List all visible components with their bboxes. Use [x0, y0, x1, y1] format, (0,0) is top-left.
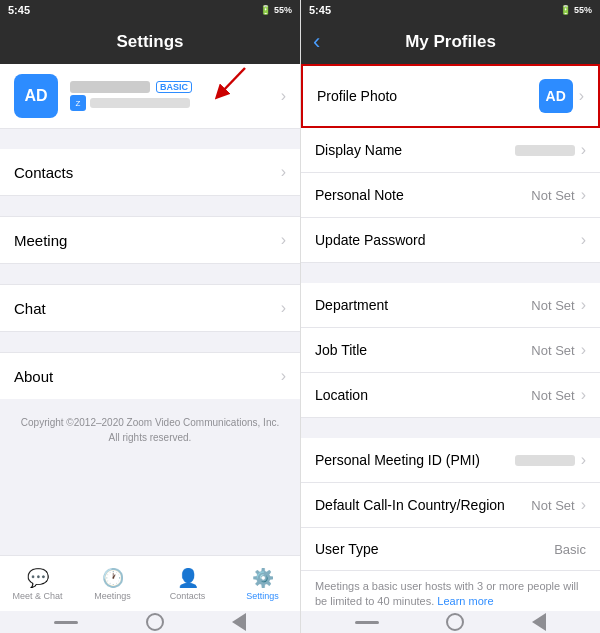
back-button[interactable]: ‹ — [313, 29, 320, 55]
profile-photo-right: AD › — [539, 79, 584, 113]
menu-item-chat-label: Chat — [14, 300, 46, 317]
department-chevron-icon: › — [581, 296, 586, 314]
department-item[interactable]: Department Not Set › — [301, 283, 600, 328]
personal-note-chevron-icon: › — [581, 186, 586, 204]
left-panel: 5:45 🔋 55% Settings AD BASIC Z › — [0, 0, 300, 633]
pmi-chevron-icon: › — [581, 451, 586, 469]
profile-chevron-icon: › — [281, 87, 286, 105]
zoom-icon: Z — [70, 95, 86, 111]
call-in-chevron-icon: › — [581, 496, 586, 514]
settings-nav-label: Settings — [246, 591, 279, 601]
call-in-label: Default Call-In Country/Region — [315, 497, 505, 513]
meetings-note: Meetings a basic user hosts with 3 or mo… — [301, 571, 600, 611]
menu-item-meeting[interactable]: Meeting › — [0, 216, 300, 264]
settings-menu: Contacts › Meeting › Chat › About › — [0, 149, 300, 399]
contacts-nav-icon: 👤 — [177, 567, 199, 589]
location-item[interactable]: Location Not Set › — [301, 373, 600, 418]
right-gesture-bar — [301, 611, 600, 633]
pmi-right: › — [515, 451, 586, 469]
about-chevron-icon: › — [281, 367, 286, 385]
pmi-item[interactable]: Personal Meeting ID (PMI) › — [301, 438, 600, 483]
right-gesture-triangle — [532, 613, 546, 631]
left-status-icons: 🔋 55% — [260, 5, 292, 15]
right-header-title: My Profiles — [405, 32, 496, 52]
call-in-right: Not Set › — [531, 496, 586, 514]
right-header: ‹ My Profiles — [301, 20, 600, 64]
left-status-bar: 5:45 🔋 55% — [0, 0, 300, 20]
left-gesture-circle — [146, 613, 164, 631]
location-label: Location — [315, 387, 368, 403]
pmi-value-blur — [515, 455, 575, 466]
chat-chevron-icon: › — [281, 299, 286, 317]
user-type-label: User Type — [315, 541, 379, 557]
display-name-right: › — [515, 141, 586, 159]
avatar: AD — [14, 74, 58, 118]
profile-photo-avatar: AD — [539, 79, 573, 113]
personal-note-right: Not Set › — [531, 186, 586, 204]
right-battery-icon: 🔋 55% — [560, 5, 592, 15]
meeting-chevron-icon: › — [281, 231, 286, 249]
job-title-label: Job Title — [315, 342, 367, 358]
meetings-label: Meetings — [94, 591, 131, 601]
contacts-chevron-icon: › — [281, 163, 286, 181]
location-right: Not Set › — [531, 386, 586, 404]
right-status-icons: 🔋 55% — [560, 5, 592, 15]
call-in-value: Not Set — [531, 498, 574, 513]
section-gap-1 — [301, 263, 600, 283]
copyright-text: Copyright ©2012–2020 Zoom Video Communic… — [0, 399, 300, 461]
profile-name-blur — [70, 81, 150, 93]
profile-badge: BASIC — [156, 81, 192, 93]
menu-item-about[interactable]: About › — [0, 352, 300, 399]
contacts-nav-label: Contacts — [170, 591, 206, 601]
profile-row[interactable]: AD BASIC Z › — [0, 64, 300, 129]
learn-more-link[interactable]: Learn more — [437, 595, 493, 607]
right-status-bar: 5:45 🔋 55% — [301, 0, 600, 20]
menu-item-chat[interactable]: Chat › — [0, 284, 300, 332]
right-time: 5:45 — [309, 4, 331, 16]
left-gesture-line — [54, 621, 78, 624]
profile-email-row: Z — [70, 95, 269, 111]
location-chevron-icon: › — [581, 386, 586, 404]
user-type-value: Basic — [554, 542, 586, 557]
call-in-item[interactable]: Default Call-In Country/Region Not Set › — [301, 483, 600, 528]
menu-item-about-label: About — [14, 368, 53, 385]
right-panel: 5:45 🔋 55% ‹ My Profiles Profile Photo A… — [300, 0, 600, 633]
right-gesture-line — [355, 621, 379, 624]
update-password-label: Update Password — [315, 232, 426, 248]
display-name-item[interactable]: Display Name › — [301, 128, 600, 173]
department-right: Not Set › — [531, 296, 586, 314]
menu-item-contacts[interactable]: Contacts › — [0, 149, 300, 196]
location-value: Not Set — [531, 388, 574, 403]
meetings-icon: 🕐 — [102, 567, 124, 589]
job-title-item[interactable]: Job Title Not Set › — [301, 328, 600, 373]
display-name-value-blur — [515, 145, 575, 156]
left-header: Settings — [0, 20, 300, 64]
job-title-value: Not Set — [531, 343, 574, 358]
left-battery-icon: 🔋 55% — [260, 5, 292, 15]
left-gesture-bar — [0, 611, 300, 633]
update-password-item[interactable]: Update Password › — [301, 218, 600, 263]
display-name-label: Display Name — [315, 142, 402, 158]
profile-photo-chevron-icon: › — [579, 87, 584, 105]
meet-chat-label: Meet & Chat — [12, 591, 62, 601]
menu-item-contacts-label: Contacts — [14, 164, 73, 181]
right-gesture-circle — [446, 613, 464, 631]
nav-settings[interactable]: ⚙️ Settings — [225, 556, 300, 611]
user-type-item[interactable]: User Type Basic — [301, 528, 600, 571]
section-gap-2 — [301, 418, 600, 438]
nav-contacts[interactable]: 👤 Contacts — [150, 556, 225, 611]
personal-note-value: Not Set — [531, 188, 574, 203]
menu-item-meeting-label: Meeting — [14, 232, 67, 249]
bottom-nav: 💬 Meet & Chat 🕐 Meetings 👤 Contacts ⚙️ S… — [0, 555, 300, 611]
profile-email-blur — [90, 98, 190, 108]
left-header-title: Settings — [116, 32, 183, 52]
nav-meetings[interactable]: 🕐 Meetings — [75, 556, 150, 611]
nav-meet-chat[interactable]: 💬 Meet & Chat — [0, 556, 75, 611]
profile-photo-label: Profile Photo — [317, 88, 397, 104]
profile-photo-item[interactable]: Profile Photo AD › — [301, 64, 600, 128]
personal-note-label: Personal Note — [315, 187, 404, 203]
settings-nav-icon: ⚙️ — [252, 567, 274, 589]
profiles-list: Profile Photo AD › Display Name › Person… — [301, 64, 600, 611]
personal-note-item[interactable]: Personal Note Not Set › — [301, 173, 600, 218]
job-title-chevron-icon: › — [581, 341, 586, 359]
